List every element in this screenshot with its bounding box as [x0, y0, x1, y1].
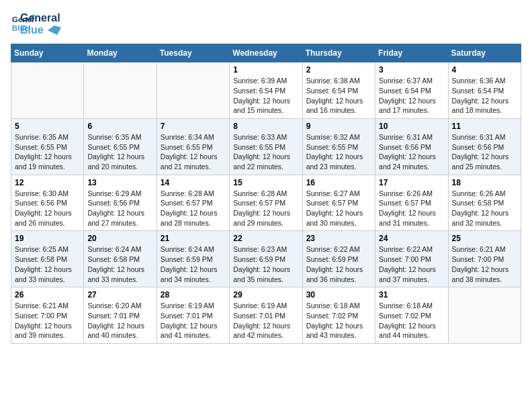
day-number: 2	[306, 65, 371, 75]
calendar-cell: 16Sunrise: 6:27 AM Sunset: 6:57 PM Dayli…	[302, 175, 375, 231]
day-info: Sunrise: 6:25 AM Sunset: 6:58 PM Dayligh…	[15, 244, 80, 284]
day-info: Sunrise: 6:22 AM Sunset: 6:59 PM Dayligh…	[306, 244, 371, 284]
day-info: Sunrise: 6:28 AM Sunset: 6:57 PM Dayligh…	[161, 189, 226, 228]
day-number: 15	[233, 178, 298, 187]
day-info: Sunrise: 6:33 AM Sunset: 6:55 PM Dayligh…	[233, 132, 298, 172]
day-info: Sunrise: 6:32 AM Sunset: 6:55 PM Dayligh…	[306, 132, 371, 172]
day-info: Sunrise: 6:22 AM Sunset: 7:00 PM Dayligh…	[379, 244, 444, 284]
calendar-cell: 27Sunrise: 6:20 AM Sunset: 7:01 PM Dayli…	[84, 287, 157, 344]
day-info: Sunrise: 6:19 AM Sunset: 7:01 PM Dayligh…	[161, 301, 226, 340]
day-info: Sunrise: 6:31 AM Sunset: 6:56 PM Dayligh…	[379, 132, 444, 172]
calendar-cell: 23Sunrise: 6:22 AM Sunset: 6:59 PM Dayli…	[302, 231, 375, 287]
calendar-cell: 19Sunrise: 6:25 AM Sunset: 6:58 PM Dayli…	[11, 231, 84, 287]
day-number: 20	[87, 234, 152, 243]
day-info: Sunrise: 6:21 AM Sunset: 7:00 PM Dayligh…	[452, 244, 517, 284]
day-info: Sunrise: 6:29 AM Sunset: 6:56 PM Dayligh…	[87, 189, 152, 228]
calendar-cell: 14Sunrise: 6:28 AM Sunset: 6:57 PM Dayli…	[157, 175, 229, 231]
calendar-cell	[157, 62, 229, 119]
day-info: Sunrise: 6:37 AM Sunset: 6:54 PM Dayligh…	[379, 76, 444, 116]
day-info: Sunrise: 6:35 AM Sunset: 6:55 PM Dayligh…	[15, 132, 80, 172]
calendar-cell: 10Sunrise: 6:31 AM Sunset: 6:56 PM Dayli…	[375, 118, 448, 175]
day-header-saturday: Saturday	[448, 44, 521, 62]
calendar-cell	[448, 287, 521, 344]
day-number: 1	[233, 65, 298, 75]
calendar-cell: 20Sunrise: 6:24 AM Sunset: 6:58 PM Dayli…	[84, 231, 157, 287]
calendar-week-5: 26Sunrise: 6:21 AM Sunset: 7:00 PM Dayli…	[11, 287, 521, 344]
day-number: 30	[306, 290, 371, 300]
day-info: Sunrise: 6:35 AM Sunset: 6:55 PM Dayligh…	[87, 132, 152, 172]
calendar-cell: 8Sunrise: 6:33 AM Sunset: 6:55 PM Daylig…	[230, 118, 302, 175]
day-number: 4	[452, 65, 517, 75]
calendar-week-3: 12Sunrise: 6:30 AM Sunset: 6:56 PM Dayli…	[11, 175, 521, 231]
day-number: 7	[161, 122, 226, 131]
calendar-cell: 7Sunrise: 6:34 AM Sunset: 6:55 PM Daylig…	[157, 118, 229, 175]
day-info: Sunrise: 6:19 AM Sunset: 7:01 PM Dayligh…	[233, 301, 298, 340]
calendar-cell: 1Sunrise: 6:39 AM Sunset: 6:54 PM Daylig…	[230, 62, 302, 119]
calendar-cell	[11, 62, 84, 119]
calendar-cell: 28Sunrise: 6:19 AM Sunset: 7:01 PM Dayli…	[157, 287, 229, 344]
calendar-cell: 3Sunrise: 6:37 AM Sunset: 6:54 PM Daylig…	[375, 62, 448, 119]
day-number: 29	[233, 290, 298, 300]
calendar-cell: 4Sunrise: 6:36 AM Sunset: 6:54 PM Daylig…	[448, 62, 521, 119]
calendar-cell: 6Sunrise: 6:35 AM Sunset: 6:55 PM Daylig…	[84, 118, 157, 175]
day-info: Sunrise: 6:24 AM Sunset: 6:58 PM Dayligh…	[87, 244, 152, 284]
day-info: Sunrise: 6:18 AM Sunset: 7:02 PM Dayligh…	[306, 301, 371, 340]
day-number: 8	[233, 122, 298, 131]
calendar-cell: 24Sunrise: 6:22 AM Sunset: 7:00 PM Dayli…	[375, 231, 448, 287]
calendar-cell: 21Sunrise: 6:24 AM Sunset: 6:59 PM Dayli…	[157, 231, 229, 287]
day-header-thursday: Thursday	[302, 44, 375, 62]
day-number: 3	[379, 65, 444, 75]
logo: General Blue General Blue	[11, 11, 61, 36]
calendar-cell: 11Sunrise: 6:31 AM Sunset: 6:56 PM Dayli…	[448, 118, 521, 175]
calendar-cell: 30Sunrise: 6:18 AM Sunset: 7:02 PM Dayli…	[302, 287, 375, 344]
day-number: 17	[379, 178, 444, 187]
calendar-cell: 13Sunrise: 6:29 AM Sunset: 6:56 PM Dayli…	[84, 175, 157, 231]
day-info: Sunrise: 6:36 AM Sunset: 6:54 PM Dayligh…	[452, 76, 517, 116]
days-header-row: SundayMondayTuesdayWednesdayThursdayFrid…	[11, 44, 521, 62]
day-info: Sunrise: 6:18 AM Sunset: 7:02 PM Dayligh…	[379, 301, 444, 340]
day-number: 26	[15, 290, 80, 300]
day-info: Sunrise: 6:26 AM Sunset: 6:57 PM Dayligh…	[379, 189, 444, 228]
day-number: 18	[452, 178, 517, 187]
day-info: Sunrise: 6:23 AM Sunset: 6:59 PM Dayligh…	[233, 244, 298, 284]
day-info: Sunrise: 6:30 AM Sunset: 6:56 PM Dayligh…	[15, 189, 80, 228]
calendar-header: SundayMondayTuesdayWednesdayThursdayFrid…	[11, 44, 521, 62]
day-info: Sunrise: 6:27 AM Sunset: 6:57 PM Dayligh…	[306, 189, 371, 228]
calendar-table: SundayMondayTuesdayWednesdayThursdayFrid…	[11, 44, 521, 344]
day-header-wednesday: Wednesday	[230, 44, 302, 62]
day-header-monday: Monday	[84, 44, 157, 62]
day-header-friday: Friday	[375, 44, 448, 62]
page-header: General Blue General Blue	[11, 11, 521, 36]
day-info: Sunrise: 6:26 AM Sunset: 6:58 PM Dayligh…	[452, 189, 517, 228]
calendar-cell: 26Sunrise: 6:21 AM Sunset: 7:00 PM Dayli…	[11, 287, 84, 344]
day-info: Sunrise: 6:21 AM Sunset: 7:00 PM Dayligh…	[15, 301, 80, 340]
calendar-cell: 31Sunrise: 6:18 AM Sunset: 7:02 PM Dayli…	[375, 287, 448, 344]
day-number: 10	[379, 122, 444, 131]
day-info: Sunrise: 6:20 AM Sunset: 7:01 PM Dayligh…	[87, 301, 152, 340]
day-number: 5	[15, 122, 80, 131]
calendar-cell	[84, 62, 157, 119]
calendar-cell: 5Sunrise: 6:35 AM Sunset: 6:55 PM Daylig…	[11, 118, 84, 175]
calendar-cell: 17Sunrise: 6:26 AM Sunset: 6:57 PM Dayli…	[375, 175, 448, 231]
calendar-cell: 18Sunrise: 6:26 AM Sunset: 6:58 PM Dayli…	[448, 175, 521, 231]
day-number: 25	[452, 234, 517, 243]
day-info: Sunrise: 6:31 AM Sunset: 6:56 PM Dayligh…	[452, 132, 517, 172]
day-number: 12	[15, 178, 80, 187]
calendar-body: 1Sunrise: 6:39 AM Sunset: 6:54 PM Daylig…	[11, 62, 521, 344]
day-number: 28	[161, 290, 226, 300]
calendar-week-1: 1Sunrise: 6:39 AM Sunset: 6:54 PM Daylig…	[11, 62, 521, 119]
calendar-week-2: 5Sunrise: 6:35 AM Sunset: 6:55 PM Daylig…	[11, 118, 521, 175]
logo-general: General	[20, 12, 61, 24]
svg-marker-3	[48, 26, 61, 35]
day-number: 22	[233, 234, 298, 243]
calendar-week-4: 19Sunrise: 6:25 AM Sunset: 6:58 PM Dayli…	[11, 231, 521, 287]
day-header-sunday: Sunday	[11, 44, 84, 62]
calendar-cell: 15Sunrise: 6:28 AM Sunset: 6:57 PM Dayli…	[230, 175, 302, 231]
day-number: 9	[306, 122, 371, 131]
calendar-cell: 25Sunrise: 6:21 AM Sunset: 7:00 PM Dayli…	[448, 231, 521, 287]
day-number: 24	[379, 234, 444, 243]
day-number: 11	[452, 122, 517, 131]
calendar-cell: 2Sunrise: 6:38 AM Sunset: 6:54 PM Daylig…	[302, 62, 375, 119]
day-number: 23	[306, 234, 371, 243]
day-number: 6	[87, 122, 152, 131]
